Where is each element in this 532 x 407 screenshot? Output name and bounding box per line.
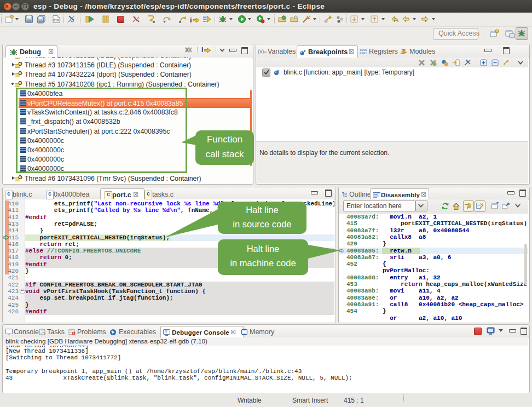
svg-text:010: 010	[54, 19, 60, 22]
svg-text:0101: 0101	[360, 51, 367, 55]
